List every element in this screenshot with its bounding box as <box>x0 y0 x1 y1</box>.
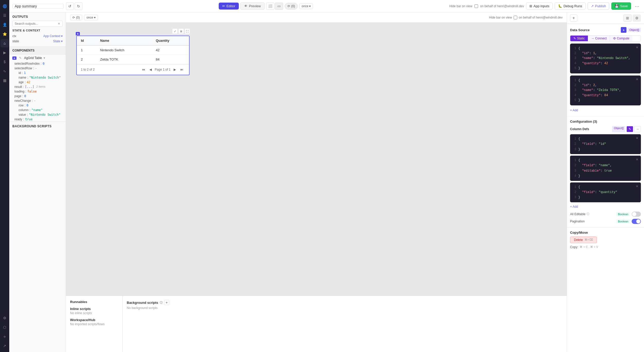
cell-quantity: 84 <box>152 55 189 64</box>
nav-integrations[interactable]: ⬡ <box>1 323 9 331</box>
tab-components[interactable]: ⊞ <box>623 14 632 22</box>
pagination-count: 1 to 2 of 2 <box>81 68 95 71</box>
toggle-knob <box>632 212 636 216</box>
code-line: 1{ <box>573 158 638 163</box>
resize-expand-icon[interactable]: ⤢ <box>172 28 178 34</box>
frequency-button[interactable]: once ▾ <box>299 3 313 9</box>
static-button[interactable]: ✎ Static <box>570 36 588 41</box>
prev-page-button[interactable]: ◀ <box>148 66 154 73</box>
canvas-toolbar: ⟳ (0) once ▾ Hide bar on view on behalf … <box>66 12 567 23</box>
preview-badge-button[interactable]: ⟳ (0) <box>285 3 298 10</box>
nav-flows[interactable]: ∿ <box>1 67 9 75</box>
debug-runs-button[interactable]: 🐛 Debug Runs <box>555 2 585 10</box>
tablet-view-button[interactable]: ⬜ <box>266 3 274 10</box>
desktop-view-button[interactable]: ▭ <box>275 3 283 10</box>
configuration-section: Configuration (3) Column Defs Object[] ✎… <box>567 116 644 227</box>
prop-loading: loading : false <box>9 89 66 94</box>
debug-icon: 🐛 <box>558 4 562 8</box>
more-options-button[interactable]: ⋯ <box>633 2 641 10</box>
all-editable-toggle[interactable] <box>632 212 641 217</box>
tab-settings[interactable]: ⚙ <box>633 14 641 22</box>
code-line: 1{ <box>573 185 638 190</box>
nav-resources[interactable]: $ <box>1 58 9 66</box>
add-col-def-button[interactable]: + Add <box>570 204 578 209</box>
outputs-title: Outputs <box>12 15 63 19</box>
nav-apps[interactable]: ▦ <box>1 76 9 85</box>
save-icon: 💾 <box>615 4 619 8</box>
component-edit-button[interactable]: ✎ <box>18 56 23 60</box>
data-block-2: 1{ 2 "id": 2, 3 "name": "Zelda TOTK", 4 … <box>570 76 641 105</box>
bg-scripts-section: Background scripts <box>9 122 66 133</box>
delete-col-id-button[interactable]: ✕ <box>635 136 639 140</box>
components-title: Components <box>12 49 35 52</box>
resize-lock-icon[interactable]: ⊞ <box>178 28 184 34</box>
nav-collapse[interactable]: ↗ <box>1 342 9 350</box>
app-inputs-button[interactable]: ⊞ App inputs <box>526 2 553 10</box>
code-line: 3 "editable": true <box>573 168 638 173</box>
prop-page: page : 0 <box>9 94 66 98</box>
ctx-key: ctx <box>12 34 16 38</box>
prop-ready: ready : true <box>9 117 66 122</box>
search-clear-icon[interactable]: ✕ <box>58 22 60 26</box>
prop-selected-row-index: selectedRowIndex : 0 <box>9 61 66 66</box>
table-row[interactable]: 2 Zelda TOTK 84 <box>77 55 189 64</box>
resize-fullscreen-icon[interactable]: ⛶ <box>184 28 190 34</box>
nav-starred[interactable]: ⭐ <box>1 30 9 38</box>
hide-bar-checkbox[interactable] <box>474 4 478 8</box>
ctx-value[interactable]: App Context ▾ <box>43 34 63 38</box>
search-outputs-input[interactable] <box>15 22 58 26</box>
save-button[interactable]: 💾 Save <box>611 2 631 10</box>
undo-button[interactable]: ↺ <box>66 2 74 10</box>
delete-col-quantity-button[interactable]: ✕ <box>635 184 639 189</box>
delete-block-2-button[interactable]: ✕ <box>635 77 639 82</box>
component-collapse-icon[interactable]: ▾ <box>44 56 45 60</box>
preview-tab[interactable]: 👁 Preview <box>240 2 265 10</box>
delete-block-1-button[interactable]: ✕ <box>635 45 639 50</box>
publish-button[interactable]: ↗ Publish <box>588 2 609 10</box>
compute-button[interactable]: ⚙ Compute <box>610 36 632 41</box>
next-page-button[interactable]: ▶ <box>172 66 178 73</box>
delete-component-button[interactable]: Delete ⌘+⌫ <box>570 237 597 243</box>
add-component-button[interactable]: + <box>570 14 577 22</box>
code-line: 4 "quantity": 84 <box>573 93 638 98</box>
code-line: 2 "field": "id" <box>573 141 638 147</box>
last-page-button[interactable]: ⏭ <box>179 66 185 73</box>
components-tab-icon: ⊞ <box>626 16 629 20</box>
aggrid-table[interactable]: Id Name Quantity 1 Nintendo Switch 42 <box>76 36 190 75</box>
pagination-toggle[interactable] <box>632 219 641 224</box>
topbar-right: Hide bar on view on behalf of henri@wind… <box>449 2 641 10</box>
nav-settings[interactable]: ⚙ <box>1 314 9 322</box>
cell-quantity: 42 <box>152 45 189 55</box>
component-badge: a <box>12 56 16 60</box>
add-data-row-button[interactable]: + Add <box>570 107 578 113</box>
state-value[interactable]: State ▾ <box>53 39 63 43</box>
bg-scripts-panel: Background scripts ⓘ + No background scr… <box>123 296 567 352</box>
nav-menu[interactable]: ☰ <box>1 11 9 20</box>
col-defs-edit-button[interactable]: ✎ <box>626 126 633 132</box>
refresh-button[interactable]: ⟳ (0) <box>70 15 82 20</box>
prop-new-change: newChange : - <box>9 98 66 103</box>
redo-button[interactable]: ↻ <box>75 2 82 10</box>
nav-run[interactable]: ▶ <box>1 48 9 57</box>
code-line: 1{ <box>573 78 638 83</box>
connect-button[interactable]: → Connect <box>588 36 610 41</box>
app-title-input[interactable]: App summary <box>12 4 64 9</box>
add-bg-script-button[interactable]: + <box>164 300 169 305</box>
code-line: 2 "id": 1, <box>573 51 638 56</box>
once-button[interactable]: once ▾ <box>84 15 98 20</box>
first-page-button[interactable]: ⏮ <box>140 66 147 73</box>
hide-bar-checkbox[interactable] <box>514 16 517 19</box>
nav-logo[interactable]: 🌀 <box>1 2 9 10</box>
col-name-header: Name <box>96 36 152 45</box>
table-row[interactable]: 1 Nintendo Switch 42 <box>77 45 189 55</box>
nav-home[interactable]: ⌂ <box>1 39 9 47</box>
nav-hub[interactable]: ⎆ <box>1 332 9 341</box>
page-of-text: Page 1 of 1 <box>155 68 171 71</box>
col-defs-actions: Object[] ✎ → <box>612 126 641 132</box>
static-icon: ✎ <box>573 37 576 40</box>
code-line: 3 "name": "Zelda TOTK", <box>573 88 638 93</box>
editor-tab[interactable]: ✏ Editor <box>219 3 239 10</box>
nav-user[interactable]: 👤 <box>1 21 9 29</box>
delete-col-name-button[interactable]: ✕ <box>635 157 639 162</box>
col-defs-arrow-button[interactable]: → <box>634 126 641 132</box>
